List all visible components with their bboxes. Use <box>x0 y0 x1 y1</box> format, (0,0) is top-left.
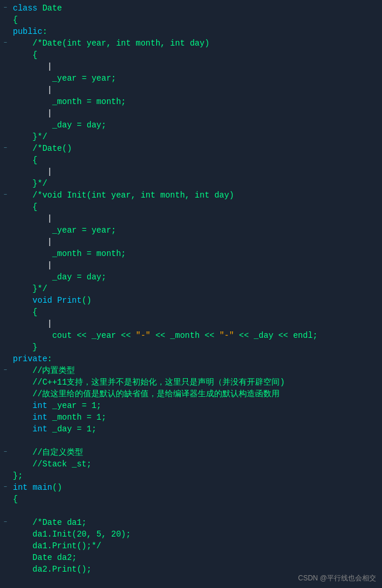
code-line: //C++11支持，这里并不是初始化，这里只是声明（并没有开辟空间) <box>0 376 382 388</box>
code-line: _month = month; <box>0 96 382 108</box>
line-text: int main() <box>11 482 382 493</box>
code-line: | <box>0 213 382 224</box>
line-text: { <box>11 493 382 505</box>
code-line: − /*Date da1; <box>0 517 382 528</box>
line-text: Date da2; <box>11 552 382 563</box>
code-line: cout << _year << "-" << _month << "-" <<… <box>0 330 382 341</box>
code-line: }*/ <box>0 178 382 189</box>
line-text: { <box>11 201 382 213</box>
line-text: }*/ <box>11 283 382 295</box>
line-text: | <box>11 236 382 248</box>
line-gutter: − <box>0 189 11 201</box>
fold-icon[interactable]: − <box>4 37 7 49</box>
line-text: | <box>11 318 382 330</box>
line-gutter: − <box>0 447 11 458</box>
line-text: } <box>11 341 382 353</box>
line-text: }*/ <box>11 178 382 189</box>
line-text: void Print() <box>11 295 382 306</box>
line-text: | <box>11 108 382 119</box>
fold-icon[interactable]: − <box>4 517 7 528</box>
line-text: { <box>11 154 382 166</box>
line-text: | <box>11 213 382 224</box>
line-text: | <box>11 260 382 271</box>
code-line <box>0 505 382 517</box>
line-text: //故这里给的值是默认的缺省值，是给编译器生成的默认构造函数用 <box>11 388 382 400</box>
fold-icon[interactable]: − <box>4 2 7 14</box>
line-text: { <box>11 14 382 26</box>
line-text: da1.Print();*/ <box>11 540 382 552</box>
code-line: _day = day; <box>0 271 382 283</box>
line-text: int _month = 1; <box>11 411 382 423</box>
code-line: − /*Date(int year, int month, int day) <box>0 37 382 49</box>
code-line: | <box>0 166 382 178</box>
code-line: − /*Date() <box>0 143 382 154</box>
line-gutter: − <box>0 143 11 154</box>
line-text: public: <box>11 26 382 37</box>
line-text: da1.Init(20, 5, 20); <box>11 528 382 540</box>
line-text: | <box>11 61 382 72</box>
line-text: //自定义类型 <box>11 447 382 458</box>
line-gutter: − <box>0 517 11 528</box>
line-gutter: − <box>0 2 11 14</box>
code-line: private: <box>0 353 382 365</box>
line-text <box>11 505 382 517</box>
code-line: }; <box>0 470 382 482</box>
branding-text: CSDN @平行线也会相交 <box>298 573 376 583</box>
line-text: { <box>11 306 382 318</box>
fold-icon[interactable]: − <box>4 189 7 201</box>
code-line: _year = year; <box>0 224 382 236</box>
line-text: //Stack _st; <box>11 458 382 470</box>
code-line: } <box>0 341 382 353</box>
line-text: _day = day; <box>11 271 382 283</box>
line-text: }*/ <box>11 131 382 143</box>
code-line: int _month = 1; <box>0 411 382 423</box>
line-gutter: − <box>0 482 11 493</box>
code-line: { <box>0 154 382 166</box>
code-line: | <box>0 260 382 271</box>
line-text: _month = month; <box>11 248 382 260</box>
fold-icon[interactable]: − <box>4 143 7 154</box>
code-line: public: <box>0 26 382 37</box>
code-line: da1.Init(20, 5, 20); <box>0 528 382 540</box>
code-line: | <box>0 108 382 119</box>
line-text: }; <box>11 470 382 482</box>
code-line: _day = day; <box>0 119 382 131</box>
fold-icon[interactable]: − <box>4 447 7 458</box>
code-line: int _year = 1; <box>0 400 382 411</box>
line-text: /*Date(int year, int month, int day) <box>11 37 382 49</box>
code-container: −class Date{public:− /*Date(int year, in… <box>0 0 382 588</box>
fold-icon[interactable]: − <box>4 482 7 493</box>
line-text: /*Date() <box>11 143 382 154</box>
code-line: { <box>0 14 382 26</box>
code-line: | <box>0 61 382 72</box>
fold-icon[interactable]: − <box>4 365 7 376</box>
code-line: −int main() <box>0 482 382 493</box>
line-text: //内置类型 <box>11 365 382 376</box>
line-text: /*void Init(int year, int month, int day… <box>11 189 382 201</box>
line-text: private: <box>11 353 382 365</box>
line-text: int _year = 1; <box>11 400 382 411</box>
code-line: Date da2; <box>0 552 382 563</box>
code-line: da1.Print();*/ <box>0 540 382 552</box>
code-line <box>0 435 382 447</box>
code-line: | <box>0 84 382 96</box>
code-line: _year = year; <box>0 72 382 84</box>
code-line: | <box>0 318 382 330</box>
code-line: //故这里给的值是默认的缺省值，是给编译器生成的默认构造函数用 <box>0 388 382 400</box>
line-text: _year = year; <box>11 72 382 84</box>
line-text: | <box>11 84 382 96</box>
code-line: }*/ <box>0 131 382 143</box>
line-text: _year = year; <box>11 224 382 236</box>
code-line: { <box>0 201 382 213</box>
line-text: int _day = 1; <box>11 423 382 435</box>
code-line: − /*void Init(int year, int month, int d… <box>0 189 382 201</box>
code-line: _month = month; <box>0 248 382 260</box>
code-line: { <box>0 49 382 61</box>
code-line: | <box>0 236 382 248</box>
code-line: { <box>0 306 382 318</box>
code-line: void Print() <box>0 295 382 306</box>
line-text: _month = month; <box>11 96 382 108</box>
line-text: /*Date da1; <box>11 517 382 528</box>
code-line: { <box>0 493 382 505</box>
code-line: }*/ <box>0 283 382 295</box>
